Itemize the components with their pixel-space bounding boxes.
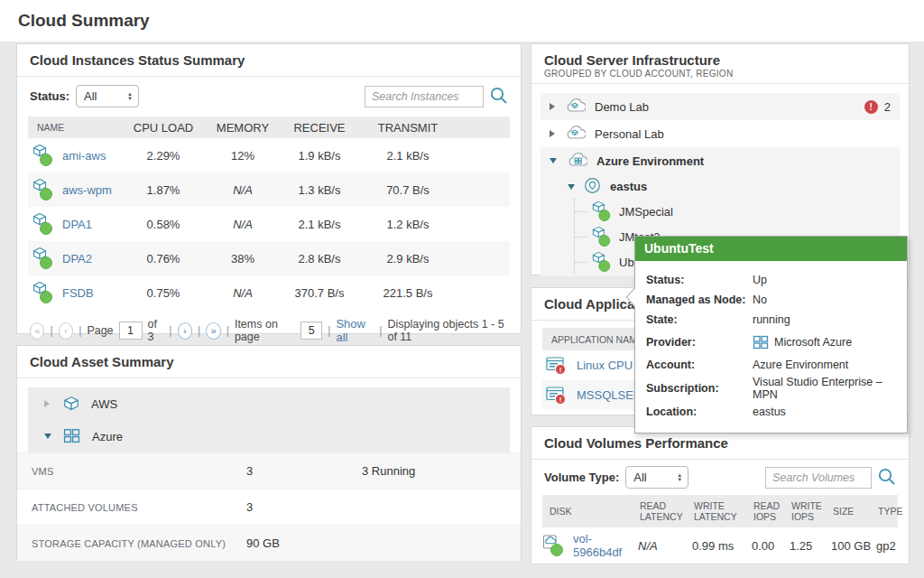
tooltip-field: Provider: Microsoft Azure bbox=[646, 330, 896, 355]
search-icon[interactable] bbox=[876, 467, 898, 489]
status-up-dot bbox=[40, 291, 52, 303]
page-label: Page bbox=[87, 324, 113, 337]
volumes-table-header: DISK READ LATENCY WRITE LATENCY READ IOP… bbox=[542, 495, 898, 527]
search-instances-input[interactable] bbox=[365, 86, 484, 107]
volume-link[interactable]: vol-5966b4df bbox=[573, 532, 638, 559]
status-up-dot bbox=[598, 260, 610, 272]
first-page-icon[interactable]: « bbox=[30, 322, 44, 340]
vm-icon bbox=[591, 251, 613, 273]
collapse-icon[interactable] bbox=[568, 184, 575, 190]
collapse-icon[interactable] bbox=[550, 158, 557, 163]
error-badge-icon: ! bbox=[555, 394, 566, 405]
cloud-account-icon bbox=[564, 98, 586, 116]
panel-title: Cloud Asset Summary bbox=[30, 354, 174, 369]
panel-title: Cloud Volumes Performance bbox=[544, 435, 728, 451]
status-select[interactable]: All ▲▼ bbox=[76, 85, 139, 107]
search-icon[interactable] bbox=[488, 86, 510, 107]
volume-type-label: Volume Type: bbox=[544, 471, 619, 484]
page-number-input[interactable] bbox=[119, 322, 143, 340]
tree-item-vm[interactable]: JMSpecial bbox=[575, 199, 900, 224]
panel-title: Cloud Instances Status Summary bbox=[30, 52, 245, 68]
vm-icon bbox=[591, 226, 613, 247]
pagination: « | ‹ | Page of 3 | › | » | Items on pag… bbox=[30, 317, 510, 344]
tooltip-field: Account: Azure Environment bbox=[646, 355, 896, 375]
status-up-dot bbox=[598, 210, 610, 221]
page-title: Cloud Summary bbox=[18, 11, 150, 31]
status-up-dot bbox=[40, 188, 52, 200]
table-row: DPA1 0.58% N/A 2.1 kB/s 1.2 kB/s bbox=[28, 207, 510, 241]
expand-icon[interactable] bbox=[44, 400, 50, 407]
vm-tooltip: UbuntuTest Status: Up Managed as Node: N… bbox=[634, 236, 908, 434]
search-volumes-input[interactable] bbox=[765, 467, 872, 489]
asset-row: VMS 3 3 Running bbox=[17, 452, 521, 489]
volume-type-select[interactable]: All ▲▼ bbox=[625, 466, 688, 489]
collapse-icon[interactable] bbox=[44, 434, 51, 439]
show-all-link[interactable]: Show all bbox=[336, 317, 374, 344]
cloud-account-icon bbox=[564, 125, 586, 143]
cloud-volumes-panel: Cloud Volumes Performance Volume Type: A… bbox=[531, 426, 910, 564]
cloud-instance-icon bbox=[32, 212, 55, 236]
panel-title: Cloud Server Infrastructure bbox=[544, 52, 896, 68]
instance-link[interactable]: FSDB bbox=[62, 286, 94, 300]
status-up-dot bbox=[40, 256, 52, 269]
table-row: ami-aws 2.29% 12% 1.9 kB/s 2.1 kB/s bbox=[28, 138, 510, 172]
azure-icon bbox=[63, 428, 81, 444]
alert-count: 2 bbox=[884, 100, 891, 114]
table-row: aws-wpm 1.87% N/A 1.3 kB/s 70.7 B/s bbox=[28, 172, 510, 207]
tree-item-personal-lab[interactable]: Personal Lab bbox=[541, 120, 900, 147]
aws-icon bbox=[62, 396, 80, 412]
asset-row: ATTACHED VOLUMES 3 bbox=[17, 489, 521, 525]
cloud-instances-panel: Cloud Instances Status Summary Status: A… bbox=[16, 43, 522, 334]
table-row: vol-5966b4df N/A 0.99 ms 0.00 1.25 100 G… bbox=[542, 527, 898, 564]
region-pin-icon bbox=[584, 177, 601, 197]
tree-item-azure[interactable]: Azure bbox=[28, 420, 510, 452]
page-of-label: of 3 bbox=[148, 318, 164, 343]
prev-page-icon[interactable]: ‹ bbox=[59, 322, 73, 340]
expand-icon[interactable] bbox=[550, 130, 555, 137]
application-icon: ! bbox=[546, 357, 569, 375]
cloud-instance-icon bbox=[32, 247, 55, 270]
status-filter-label: Status: bbox=[30, 89, 69, 103]
cloud-asset-panel: Cloud Asset Summary AWS Azure VMS 3 3 Ru… bbox=[16, 345, 522, 560]
tree-item-azure-environment[interactable]: Azure Environment bbox=[541, 147, 900, 174]
next-page-icon[interactable]: › bbox=[178, 322, 192, 340]
status-up-dot bbox=[40, 154, 52, 166]
cloud-instance-icon bbox=[32, 144, 55, 167]
panel-subtitle: GROUPED BY CLOUD ACCOUNT, REGION bbox=[544, 69, 896, 79]
expand-icon[interactable] bbox=[550, 103, 555, 110]
tree-item-demo-lab[interactable]: Demo Lab ! 2 bbox=[541, 93, 900, 120]
tree-item-aws[interactable]: AWS bbox=[28, 387, 510, 420]
tooltip-field: Subscription: Visual Studio Enterprise –… bbox=[646, 375, 896, 402]
displaying-objects-text: Displaying objects 1 - 5 of 11 bbox=[387, 318, 510, 343]
instance-link[interactable]: DPA2 bbox=[62, 252, 92, 266]
tooltip-field: Location: eastus bbox=[646, 402, 896, 422]
azure-cloud-icon bbox=[566, 152, 587, 170]
tree-item-eastus[interactable]: eastus bbox=[541, 174, 900, 199]
status-up-dot bbox=[598, 235, 610, 247]
instances-table-header: NAME CPU LOAD MEMORY RECEIVE TRANSMIT bbox=[28, 117, 510, 138]
last-page-icon[interactable]: » bbox=[206, 322, 220, 340]
tooltip-field: Status: Up bbox=[646, 270, 896, 290]
instance-link[interactable]: ami-aws bbox=[62, 149, 106, 163]
table-row: FSDB 0.75% N/A 370.7 B/s 221.5 B/s bbox=[28, 275, 510, 310]
select-stepper-icon: ▲▼ bbox=[677, 473, 682, 482]
cloud-instance-icon bbox=[32, 281, 55, 304]
asset-row: STORAGE CAPACITY (MANAGED ONLY) 90 GB bbox=[17, 525, 521, 561]
items-on-page-label: Items on page bbox=[235, 318, 295, 343]
instance-link[interactable]: DPA1 bbox=[62, 218, 92, 231]
select-stepper-icon: ▲▼ bbox=[127, 92, 133, 101]
error-badge-icon: ! bbox=[555, 364, 566, 375]
items-per-page-input[interactable] bbox=[300, 322, 322, 340]
cloud-volume-icon bbox=[542, 534, 566, 557]
status-up-dot bbox=[40, 222, 52, 235]
cloud-instance-icon bbox=[32, 178, 55, 201]
table-row: DPA2 0.76% 38% 2.8 kB/s 2.9 kB/s bbox=[28, 241, 510, 275]
alert-badge-icon[interactable]: ! bbox=[864, 100, 878, 114]
tooltip-title: UbuntuTest bbox=[635, 237, 907, 261]
vm-icon bbox=[591, 200, 613, 222]
top-bar: Cloud Summary bbox=[0, 0, 924, 42]
application-icon: ! bbox=[546, 387, 569, 405]
instance-link[interactable]: aws-wpm bbox=[62, 183, 112, 197]
tooltip-field: Managed as Node: No bbox=[646, 290, 896, 310]
azure-provider-icon bbox=[753, 335, 769, 350]
